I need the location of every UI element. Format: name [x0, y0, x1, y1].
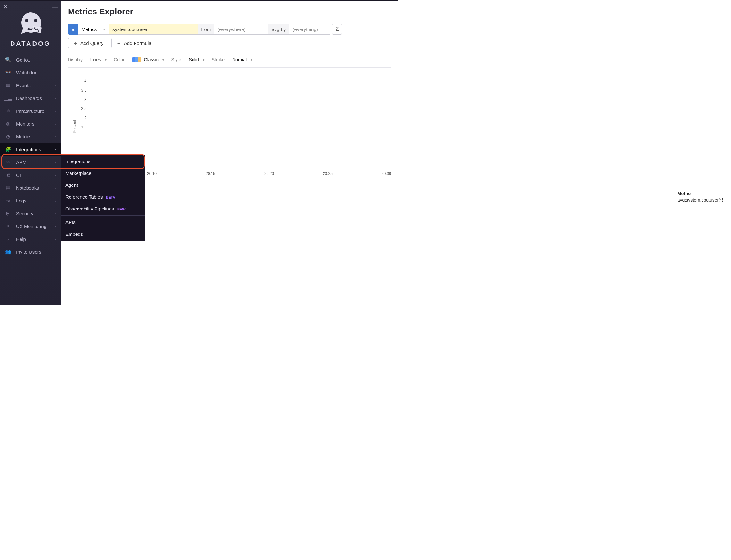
- color-value: Classic: [144, 57, 159, 62]
- nav-main: 🔍Go to...👓Watchdog▤Events▸▁▃Dashboards▸⚛…: [0, 53, 61, 233]
- shield-icon: ⛨: [4, 210, 12, 217]
- query-metric-value: system.cpu.user: [112, 27, 147, 32]
- sidebar-item-metrics[interactable]: ◔Metrics▸: [0, 130, 61, 143]
- sidebar-item-label: Go to...: [16, 57, 32, 62]
- query-avgby-input[interactable]: (everything): [289, 24, 330, 35]
- sidebar-item-watchdog[interactable]: 👓Watchdog: [0, 66, 61, 79]
- sidebar-item-label: APM: [16, 160, 27, 165]
- binoculars-icon: 👓: [4, 69, 12, 76]
- query-source-dropdown[interactable]: Metrics ▼: [78, 24, 109, 35]
- query-from-label: from: [198, 24, 214, 35]
- caret-down-icon: ▼: [103, 28, 106, 31]
- submenu-item-embeds[interactable]: Embeds: [61, 228, 145, 240]
- badge-new: NEW: [117, 207, 126, 211]
- caret-down-icon: ▼: [202, 58, 205, 62]
- sidebar-item-label: Dashboards: [16, 95, 42, 101]
- datadog-logo-icon: [16, 11, 45, 38]
- chevron-right-icon: ▸: [55, 186, 56, 190]
- brand-logo: DATADOG: [0, 11, 61, 53]
- color-dropdown[interactable]: Classic ▼: [132, 57, 165, 62]
- logs-icon: ⇥: [4, 197, 12, 204]
- submenu-item-label: Reference Tables: [65, 194, 103, 200]
- chart-ytick: 3.5: [77, 88, 86, 93]
- target-icon: ◎: [4, 120, 12, 127]
- sidebar-item-label: Security: [16, 211, 33, 216]
- brand-name: DATADOG: [6, 40, 54, 47]
- sidebar-item-dashboards[interactable]: ▁▃Dashboards▸: [0, 92, 61, 104]
- sidebar-item-label: Notebooks: [16, 185, 39, 191]
- submenu-item-reference-tables[interactable]: Reference Tables BETA: [61, 191, 145, 203]
- sidebar-item-go-to-[interactable]: 🔍Go to...: [0, 53, 61, 66]
- submenu-item-integrations[interactable]: Integrations: [61, 155, 145, 167]
- chevron-right-icon: ▸: [55, 237, 56, 241]
- chevron-right-icon: ▸: [55, 96, 56, 100]
- sidebar-item-label: Help: [16, 236, 26, 242]
- nav-bottom: ?Help▸👥Invite Users: [0, 233, 61, 305]
- nodes-icon: ⚛: [4, 108, 12, 114]
- query-from-input[interactable]: (everywhere): [214, 24, 268, 35]
- stroke-label: Stroke:: [212, 57, 226, 62]
- book-icon: ▤: [4, 185, 12, 191]
- submenu-item-label: Observability Pipelines: [65, 206, 114, 211]
- style-label: Style:: [171, 57, 183, 62]
- display-label: Display:: [68, 57, 84, 62]
- sidebar-item-integrations[interactable]: 🧩Integrations▸: [0, 143, 61, 156]
- sidebar-item-infrastructure[interactable]: ⚛Infrastructure▸: [0, 104, 61, 117]
- sidebar-item-ci[interactable]: ⑆CI▸: [0, 169, 61, 181]
- main-content: Metrics Explorer a Metrics ▼ system.cpu.…: [61, 1, 398, 305]
- chart-xtick: 20:15: [206, 171, 215, 176]
- sidebar-item-label: Invite Users: [16, 249, 41, 255]
- submenu-item-label: Marketplace: [65, 170, 92, 176]
- style-dropdown[interactable]: Solid ▼: [189, 57, 205, 62]
- list-icon: ▤: [4, 82, 12, 88]
- sidebar-item-events[interactable]: ▤Events▸: [0, 79, 61, 92]
- submenu-item-agent[interactable]: Agent: [61, 179, 145, 191]
- sidebar-item-notebooks[interactable]: ▤Notebooks▸: [0, 181, 61, 194]
- query-builder: a Metrics ▼ system.cpu.user from (everyw…: [68, 24, 391, 35]
- display-dropdown[interactable]: Lines ▼: [90, 57, 107, 62]
- stroke-dropdown[interactable]: Normal ▼: [232, 57, 253, 62]
- sidebar-item-monitors[interactable]: ◎Monitors▸: [0, 117, 61, 130]
- add-formula-button[interactable]: ＋ Add Formula: [111, 38, 156, 48]
- chevron-right-icon: ▸: [55, 84, 56, 87]
- search-icon: 🔍: [4, 56, 12, 63]
- chevron-right-icon: ▸: [55, 148, 56, 151]
- query-metric-input[interactable]: system.cpu.user: [109, 24, 198, 35]
- aggregate-button[interactable]: Σ: [332, 24, 342, 35]
- users-icon: 👥: [4, 249, 12, 255]
- stroke-value: Normal: [232, 57, 247, 62]
- chart-ytick: 2.5: [77, 106, 86, 111]
- sidebar-item-invite-users[interactable]: 👥Invite Users: [0, 245, 61, 258]
- sidebar-item-label: Monitors: [16, 121, 35, 127]
- query-tag[interactable]: a: [68, 24, 78, 35]
- puzzle-icon: 🧩: [4, 146, 12, 152]
- ux-icon: ✦: [4, 223, 12, 229]
- help-icon: ?: [4, 236, 12, 242]
- sidebar-item-label: Infrastructure: [16, 108, 44, 114]
- submenu-item-label: Integrations: [65, 159, 90, 164]
- submenu-divider: [61, 215, 145, 216]
- sidebar-item-label: Events: [16, 83, 31, 88]
- sidebar-item-label: UX Monitoring: [16, 224, 46, 229]
- sidebar-item-apm[interactable]: ≋APM▸: [0, 156, 61, 169]
- submenu-item-observability-pipelines[interactable]: Observability Pipelines NEW: [61, 203, 145, 215]
- chevron-right-icon: ▸: [55, 135, 56, 138]
- sidebar-item-ux-monitoring[interactable]: ✦UX Monitoring▸: [0, 220, 61, 233]
- sidebar-item-label: Integrations: [16, 147, 41, 152]
- chart-ylabel: Percent: [72, 120, 77, 133]
- integrations-submenu: IntegrationsMarketplaceAgentReference Ta…: [61, 155, 145, 241]
- submenu-item-marketplace[interactable]: Marketplace: [61, 167, 145, 179]
- display-options: Display: Lines ▼ Color: Classic ▼ Style:…: [68, 57, 391, 68]
- chart-xtick: 20:25: [323, 171, 333, 176]
- minimize-icon[interactable]: —: [52, 4, 58, 11]
- sidebar-item-security[interactable]: ⛨Security▸: [0, 207, 61, 220]
- sidebar-item-help[interactable]: ?Help▸: [0, 233, 61, 245]
- chevron-right-icon: ▸: [55, 212, 56, 215]
- submenu-item-label: APIs: [65, 219, 76, 225]
- close-icon[interactable]: ✕: [3, 4, 8, 11]
- add-query-button[interactable]: ＋ Add Query: [68, 38, 108, 48]
- submenu-item-apis[interactable]: APIs: [61, 216, 145, 228]
- sidebar-item-logs[interactable]: ⇥Logs▸: [0, 194, 61, 207]
- chart-xtick: 20:20: [264, 171, 274, 176]
- chart-ytick: 1.5: [77, 125, 86, 129]
